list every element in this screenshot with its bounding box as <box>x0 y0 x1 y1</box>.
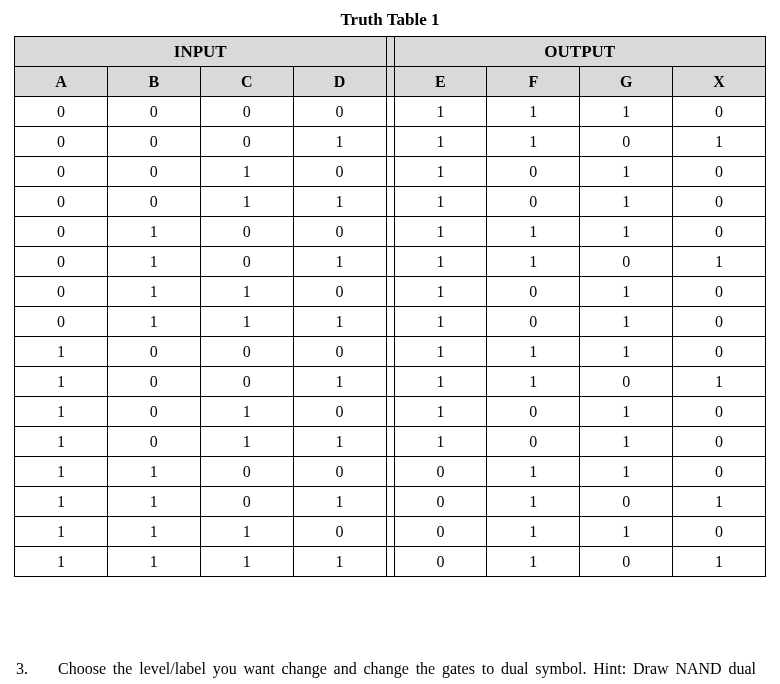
table-cell: 1 <box>200 307 293 337</box>
question-text: Choose the level/label you want change a… <box>58 657 756 684</box>
group-separator <box>386 187 394 217</box>
table-cell: 0 <box>15 277 108 307</box>
table-cell: 1 <box>580 397 673 427</box>
table-cell: 1 <box>15 457 108 487</box>
table-row: 01111010 <box>15 307 766 337</box>
table-cell: 1 <box>394 427 487 457</box>
group-separator <box>386 157 394 187</box>
table-cell: 0 <box>673 157 766 187</box>
table-cell: 1 <box>15 367 108 397</box>
table-cell: 1 <box>200 187 293 217</box>
table-cell: 0 <box>487 277 580 307</box>
table-cell: 0 <box>15 157 108 187</box>
col-E: E <box>394 67 487 97</box>
group-separator <box>386 97 394 127</box>
table-cell: 1 <box>293 187 386 217</box>
group-separator <box>386 427 394 457</box>
table-cell: 1 <box>487 517 580 547</box>
table-cell: 1 <box>15 397 108 427</box>
truth-table: INPUT OUTPUT A B C D E F G X 00001110000… <box>14 36 766 577</box>
table-cell: 1 <box>394 187 487 217</box>
col-B: B <box>107 67 200 97</box>
table-row: 00011101 <box>15 127 766 157</box>
table-cell: 0 <box>487 187 580 217</box>
group-separator <box>386 487 394 517</box>
group-header-row: INPUT OUTPUT <box>15 37 766 67</box>
table-cell: 1 <box>394 217 487 247</box>
table-cell: 0 <box>673 217 766 247</box>
group-separator <box>386 367 394 397</box>
table-cell: 1 <box>487 547 580 577</box>
table-row: 11000110 <box>15 457 766 487</box>
group-separator <box>386 457 394 487</box>
table-cell: 0 <box>293 397 386 427</box>
table-cell: 1 <box>580 157 673 187</box>
table-row: 00001110 <box>15 97 766 127</box>
table-cell: 1 <box>487 457 580 487</box>
table-cell: 0 <box>673 427 766 457</box>
table-cell: 0 <box>580 487 673 517</box>
table-cell: 0 <box>200 247 293 277</box>
table-cell: 0 <box>293 517 386 547</box>
table-cell: 1 <box>580 307 673 337</box>
table-cell: 1 <box>673 487 766 517</box>
table-cell: 1 <box>107 487 200 517</box>
table-row: 01011101 <box>15 247 766 277</box>
table-cell: 1 <box>200 277 293 307</box>
col-F: F <box>487 67 580 97</box>
group-separator <box>386 397 394 427</box>
table-row: 11100110 <box>15 517 766 547</box>
table-cell: 1 <box>293 487 386 517</box>
table-cell: 1 <box>673 547 766 577</box>
table-cell: 1 <box>200 397 293 427</box>
group-separator <box>386 307 394 337</box>
table-cell: 0 <box>394 457 487 487</box>
table-cell: 1 <box>673 367 766 397</box>
table-cell: 0 <box>673 457 766 487</box>
table-cell: 1 <box>200 547 293 577</box>
table-cell: 1 <box>293 547 386 577</box>
table-cell: 0 <box>293 97 386 127</box>
table-cell: 0 <box>487 397 580 427</box>
table-cell: 1 <box>580 97 673 127</box>
table-cell: 0 <box>200 337 293 367</box>
table-cell: 1 <box>293 367 386 397</box>
group-separator <box>386 277 394 307</box>
group-separator <box>386 517 394 547</box>
table-cell: 1 <box>580 517 673 547</box>
table-cell: 0 <box>107 427 200 457</box>
table-cell: 0 <box>293 217 386 247</box>
table-row: 11010101 <box>15 487 766 517</box>
table-cell: 0 <box>107 127 200 157</box>
table-cell: 0 <box>394 517 487 547</box>
table-cell: 1 <box>487 367 580 397</box>
table-cell: 0 <box>107 337 200 367</box>
table-cell: 1 <box>580 217 673 247</box>
table-cell: 1 <box>293 127 386 157</box>
table-cell: 1 <box>293 427 386 457</box>
table-row: 01101010 <box>15 277 766 307</box>
table-cell: 1 <box>200 517 293 547</box>
question-block: 3. Choose the level/label you want chang… <box>14 657 766 684</box>
table-row: 10001110 <box>15 337 766 367</box>
group-separator <box>386 67 394 97</box>
table-cell: 1 <box>580 277 673 307</box>
table-cell: 1 <box>580 427 673 457</box>
table-cell: 1 <box>200 427 293 457</box>
table-row: 10011101 <box>15 367 766 397</box>
table-cell: 0 <box>580 367 673 397</box>
table-cell: 1 <box>487 247 580 277</box>
table-cell: 1 <box>487 127 580 157</box>
table-cell: 0 <box>580 247 673 277</box>
table-cell: 0 <box>200 97 293 127</box>
table-cell: 1 <box>15 487 108 517</box>
table-cell: 1 <box>487 337 580 367</box>
col-X: X <box>673 67 766 97</box>
table-cell: 1 <box>15 547 108 577</box>
table-cell: 1 <box>15 517 108 547</box>
col-A: A <box>15 67 108 97</box>
table-cell: 0 <box>15 217 108 247</box>
table-cell: 0 <box>394 487 487 517</box>
column-header-row: A B C D E F G X <box>15 67 766 97</box>
table-cell: 0 <box>394 547 487 577</box>
